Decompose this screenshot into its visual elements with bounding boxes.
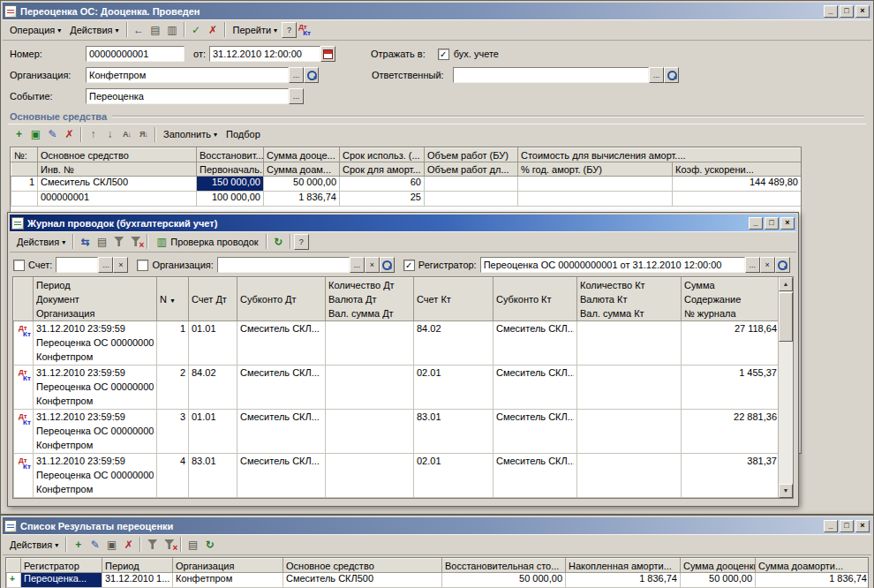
cell-n[interactable]: 3 — [157, 410, 189, 454]
col-sum-dep[interactable]: Сумма доаморти... — [756, 559, 870, 573]
unpost-document-icon[interactable]: ✗ — [205, 21, 222, 38]
asset-row-line2[interactable]: 000000001 100 000,00 1 836,74 25 — [11, 192, 802, 207]
registrator-clear-button[interactable]: × — [760, 257, 775, 273]
pick-button[interactable]: Подбор — [222, 127, 265, 141]
cell-quantity-dt[interactable] — [326, 454, 414, 498]
responsible-input[interactable] — [453, 67, 649, 83]
win1-titlebar[interactable]: Переоценка ОС: Дооценка. Проведен _ □ × — [3, 3, 871, 19]
cell-period[interactable]: 31.12.2010 23:59:59Переоценка ОС 0000000… — [34, 321, 157, 366]
add-row-icon[interactable]: + — [11, 126, 27, 143]
cell-n[interactable]: 4 — [157, 454, 189, 498]
col-quantity-dt[interactable]: Количество ДтВалюта ДтВал. сумма Дт — [326, 278, 414, 321]
org-open-button[interactable] — [380, 257, 395, 273]
col-initial[interactable]: Первоначаль... — [197, 162, 264, 177]
col-period[interactable]: ПериодДокументОрганизация — [34, 278, 157, 321]
cell-sum[interactable]: 1 455,37 — [682, 366, 780, 410]
col-account-kt[interactable]: Счет Кт — [414, 278, 494, 321]
posting-marker-icon[interactable]: ДтКт — [14, 321, 34, 366]
posting-row[interactable]: ДтКт 31.12.2010 23:59:59Переоценка ОС 00… — [14, 321, 780, 366]
account-choose-button[interactable]: ... — [98, 257, 113, 273]
fill-button[interactable]: Заполнить▾ — [159, 127, 222, 141]
account-filter-checkbox[interactable] — [13, 260, 25, 271]
cell-account-dt[interactable]: 84.02 — [189, 366, 237, 410]
organization-choose-button[interactable]: ... — [289, 67, 304, 83]
result-row[interactable]: + Переоценка... 31.12.2010 1... Конфетпр… — [7, 573, 870, 588]
cell-sum-dep[interactable]: 1 836,74 — [264, 192, 340, 207]
cell-period[interactable]: 31.12.2010 23:59:59Переоценка ОС 0000000… — [34, 410, 157, 454]
registrator-filter-input[interactable] — [480, 257, 745, 273]
menu-actions[interactable]: Действия▾ — [5, 538, 63, 552]
maximize-button[interactable]: □ — [765, 217, 779, 230]
record-marker-icon[interactable]: + — [7, 573, 21, 588]
cell-volume[interactable] — [425, 177, 518, 192]
col-accumulated[interactable]: Накопленная аморти... — [566, 559, 681, 573]
cell-sum-up[interactable]: 50 000,00 — [681, 573, 756, 588]
col-cost[interactable]: Стоимость для вычисления аморт.... — [518, 148, 802, 162]
org-clear-button[interactable]: × — [365, 257, 380, 273]
scroll-up-button[interactable]: ▲ — [779, 277, 793, 291]
col-empty[interactable] — [11, 162, 38, 177]
cell-sum[interactable]: 381,37 — [682, 454, 780, 498]
close-button[interactable]: × — [780, 217, 795, 230]
cell-subconto-dt[interactable]: Смеситель СКЛ... — [237, 410, 326, 454]
responsible-choose-button[interactable]: ... — [649, 67, 664, 83]
cell-registrator-selected[interactable]: Переоценка... — [21, 573, 102, 588]
cell-quantity-dt[interactable] — [326, 410, 414, 454]
cell-sum[interactable]: 22 881,36 — [682, 410, 780, 454]
check-postings-button[interactable]: ▥Проверка проводок — [151, 231, 262, 252]
cell-asset[interactable]: Смеситель СКЛ500 — [38, 177, 197, 192]
cell-cost[interactable]: 144 489,80 — [673, 177, 802, 192]
calendar-button[interactable] — [320, 46, 335, 62]
cell-num[interactable]: 1 — [11, 177, 38, 192]
copy-record-icon[interactable]: ▣ — [103, 536, 120, 553]
filter-icon[interactable] — [144, 536, 161, 553]
delete-row-icon[interactable]: ✗ — [61, 126, 78, 143]
organization-input[interactable] — [86, 67, 289, 83]
cell-restored-selected[interactable]: 150 000,00 — [197, 177, 264, 192]
maximize-button[interactable]: □ — [840, 5, 854, 18]
cell-pct2[interactable] — [518, 192, 673, 207]
menu-operation[interactable]: Операция▾ — [5, 23, 65, 37]
cell-term-dep[interactable]: 25 — [340, 192, 425, 207]
cell-volume-dep[interactable] — [425, 192, 518, 207]
col-inv[interactable]: Инв. № — [38, 162, 197, 177]
cell-inv[interactable]: 000000001 — [38, 192, 197, 207]
minimize-button[interactable]: _ — [824, 5, 838, 18]
date-input[interactable] — [209, 46, 320, 62]
cell-period[interactable]: 31.12.2010 1... — [102, 573, 173, 588]
help-button[interactable]: ? — [294, 234, 309, 250]
accounting-checkbox[interactable]: ✓ — [438, 49, 449, 60]
sort-descending-icon[interactable]: Я↓ — [135, 126, 152, 143]
col-volume-dep[interactable]: Объем работ дл... — [425, 162, 518, 177]
col-koef[interactable]: Коэф. ускорени... — [673, 162, 802, 177]
back-icon[interactable]: ← — [131, 21, 147, 38]
cell-pct[interactable] — [518, 177, 673, 192]
col-quantity-kt[interactable]: Количество КтВалюта КтВал. сумма Кт — [577, 278, 682, 321]
reorder-icon[interactable]: ⇆ — [77, 233, 94, 250]
post-document-icon[interactable]: ✓ — [188, 21, 205, 38]
cell-period[interactable]: 31.12.2010 23:59:59Переоценка ОС 0000000… — [34, 366, 157, 410]
col-registrator[interactable]: Регистратор — [21, 559, 102, 573]
cell-subconto-kt[interactable]: Смеситель СКЛ... — [494, 321, 577, 366]
vertical-scrollbar[interactable]: ▲ ▼ — [778, 277, 793, 498]
event-choose-button[interactable]: ... — [289, 88, 304, 104]
col-volume[interactable]: Объем работ (БУ) — [425, 148, 518, 162]
organization-open-button[interactable] — [304, 67, 319, 83]
col-restored[interactable]: Восстановит... — [197, 148, 264, 162]
cell-subconto-dt[interactable]: Смеситель СКЛ... — [237, 366, 326, 410]
add-record-icon[interactable]: + — [70, 536, 87, 553]
edit-record-icon[interactable]: ✎ — [87, 536, 103, 553]
win3-titlebar[interactable]: Список Результаты переоценки _ □ × — [3, 517, 871, 534]
cell-subconto-dt[interactable]: Смеситель СКЛ... — [237, 321, 326, 366]
cell-subconto-kt[interactable]: Смеситель СКЛ... — [494, 410, 577, 454]
col-asset[interactable]: Основное средство — [283, 559, 442, 573]
copy-row-icon[interactable]: ▣ — [27, 126, 44, 143]
col-term[interactable]: Срок использ. (... — [340, 148, 425, 162]
refresh-icon[interactable]: ↻ — [270, 233, 287, 250]
scroll-thumb[interactable] — [779, 292, 793, 342]
structure-icon[interactable]: ▤ — [147, 21, 164, 38]
org-filter-input[interactable] — [217, 257, 350, 273]
cell-quantity-dt[interactable] — [326, 321, 414, 366]
posting-row[interactable]: ДтКт 31.12.2010 23:59:59Переоценка ОС 00… — [14, 454, 780, 498]
event-input[interactable] — [86, 88, 289, 104]
